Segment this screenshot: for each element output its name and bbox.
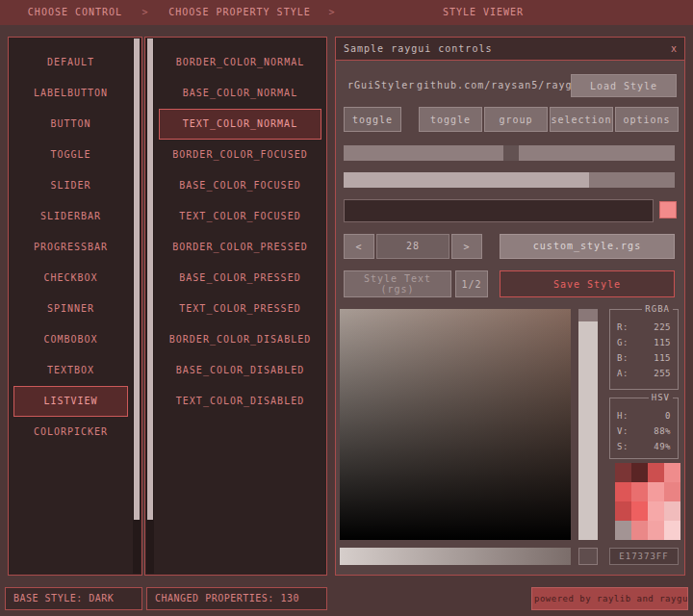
properties-scrollbar[interactable]: [146, 38, 154, 574]
palette-swatch[interactable]: [648, 463, 664, 482]
list-item[interactable]: BORDER_COLOR_DISABLED: [159, 324, 321, 355]
toggle-group-item[interactable]: selection: [550, 107, 613, 132]
hsv-values: H:0V:88%S:49%: [610, 398, 678, 454]
rgba-values: R:225G:115B:115A:255: [610, 310, 678, 381]
list-item[interactable]: BORDER_COLOR_FOCUSED: [159, 140, 321, 170]
value-row: B:115: [610, 350, 678, 366]
list-item[interactable]: DEFAULT: [13, 47, 128, 78]
palette-swatch[interactable]: [631, 463, 648, 482]
list-item[interactable]: PROGRESSBAR: [13, 232, 128, 263]
palette-swatch[interactable]: [615, 501, 631, 521]
list-item[interactable]: LISTVIEW: [13, 386, 128, 417]
spinner-decrement-button[interactable]: <: [344, 234, 374, 259]
list-item[interactable]: BORDER_COLOR_PRESSED: [159, 232, 321, 263]
list-item[interactable]: TOGGLE: [13, 140, 128, 170]
window-titlebar[interactable]: Sample raygui controls x: [336, 38, 684, 61]
hsv-title: HSV: [649, 393, 673, 402]
palette-swatch[interactable]: [664, 501, 680, 521]
list-item[interactable]: SLIDERBAR: [13, 201, 128, 232]
list-item[interactable]: BASE_COLOR_DISABLED: [159, 355, 321, 386]
palette-swatch[interactable]: [648, 501, 664, 521]
status-changed-properties: CHANGED PROPERTIES: 130: [146, 587, 327, 610]
list-item[interactable]: TEXT_COLOR_NORMAL: [159, 109, 321, 140]
color-palette: [615, 463, 680, 540]
toggle-group-item[interactable]: options: [615, 107, 679, 132]
scrollbar-handle[interactable]: [147, 38, 153, 520]
status-powered-by: powered by raylib and raygui: [531, 587, 688, 610]
list-item[interactable]: BASE_COLOR_NORMAL: [159, 78, 321, 109]
value-row: S:49%: [610, 439, 678, 454]
slider-handle[interactable]: [503, 145, 519, 161]
progress-fill: [344, 172, 589, 188]
list-item[interactable]: SPINNER: [13, 294, 128, 324]
app-name-label: rGuiStyler: [347, 74, 415, 97]
toggle-group-item[interactable]: toggle: [419, 107, 482, 132]
hsv-groupbox: HSV H:0V:88%S:49%: [609, 398, 679, 459]
filename-input[interactable]: custom_style.rgs: [500, 234, 675, 259]
toggle-button[interactable]: toggle: [344, 107, 401, 132]
sample-text-input[interactable]: [344, 199, 654, 222]
color-chip-button[interactable]: [659, 201, 677, 218]
window-title: Sample raygui controls: [344, 38, 492, 60]
hex-value-field[interactable]: E17373FF: [609, 548, 679, 565]
breadcrumb-arrow-icon: >: [139, 0, 152, 25]
palette-swatch[interactable]: [615, 463, 631, 482]
list-item[interactable]: BASE_COLOR_PRESSED: [159, 263, 321, 294]
hue-slider[interactable]: [578, 309, 598, 540]
list-item[interactable]: BORDER_COLOR_NORMAL: [159, 47, 321, 78]
palette-swatch[interactable]: [631, 482, 648, 501]
value-row: A:255: [610, 366, 678, 381]
color-picker-panel[interactable]: [340, 309, 571, 540]
palette-swatch[interactable]: [664, 482, 680, 501]
scrollbar-handle[interactable]: [134, 38, 140, 520]
controls-list-panel: DEFAULTLABELBUTTONBUTTONTOGGLESLIDERSLID…: [8, 37, 142, 576]
close-icon[interactable]: x: [671, 38, 677, 60]
controls-list: DEFAULTLABELBUTTONBUTTONTOGGLESLIDERSLID…: [9, 38, 133, 575]
list-item[interactable]: TEXT_COLOR_DISABLED: [159, 386, 321, 417]
spinner-increment-button[interactable]: >: [451, 234, 482, 259]
palette-swatch[interactable]: [664, 521, 680, 540]
palette-swatch[interactable]: [631, 521, 648, 540]
status-base-style: BASE STYLE: DARK: [5, 587, 142, 610]
rguistyler-app: CHOOSE CONTROL > CHOOSE PROPERTY STYLE >…: [0, 0, 693, 616]
list-item[interactable]: CHECKBOX: [13, 263, 128, 294]
hue-slider-handle[interactable]: [578, 309, 598, 321]
rgba-groupbox: RGBA R:225G:115B:115A:255: [609, 309, 679, 390]
header-choose-control: CHOOSE CONTROL: [8, 0, 142, 25]
list-item[interactable]: BASE_COLOR_FOCUSED: [159, 170, 321, 201]
value-row: V:88%: [610, 424, 678, 439]
toggle-group-item[interactable]: group: [484, 107, 548, 132]
color-preview-button[interactable]: [578, 548, 598, 565]
load-style-button[interactable]: Load Style: [571, 74, 677, 97]
status-bar: BASE STYLE: DARK CHANGED PROPERTIES: 130…: [0, 581, 693, 616]
alpha-bar[interactable]: [340, 548, 571, 565]
list-item[interactable]: COLORPICKER: [13, 417, 128, 448]
sample-slider[interactable]: [344, 145, 675, 161]
top-bar: CHOOSE CONTROL > CHOOSE PROPERTY STYLE >…: [0, 0, 693, 25]
palette-swatch[interactable]: [664, 463, 680, 482]
properties-list: BORDER_COLOR_NORMALBASE_COLOR_NORMALTEXT…: [154, 38, 326, 575]
list-item[interactable]: LABELBUTTON: [13, 78, 128, 109]
rgba-title: RGBA: [642, 304, 673, 314]
github-link[interactable]: github.com/raysan5/raygui: [417, 74, 586, 97]
list-item[interactable]: TEXT_COLOR_PRESSED: [159, 294, 321, 324]
list-item[interactable]: TEXTBOX: [13, 355, 128, 386]
palette-swatch[interactable]: [615, 482, 631, 501]
palette-swatch[interactable]: [648, 521, 664, 540]
list-item[interactable]: SLIDER: [13, 170, 128, 201]
palette-swatch[interactable]: [615, 521, 631, 540]
palette-swatch[interactable]: [648, 482, 664, 501]
style-text-button[interactable]: Style Text (rgs): [344, 270, 451, 297]
palette-swatch[interactable]: [631, 501, 648, 521]
list-item[interactable]: BUTTON: [13, 109, 128, 140]
value-row: R:225: [610, 320, 678, 335]
spinner-value[interactable]: 28: [376, 234, 449, 259]
list-item[interactable]: COMBOBOX: [13, 324, 128, 355]
header-choose-property-style: CHOOSE PROPERTY STYLE: [152, 0, 327, 25]
controls-scrollbar[interactable]: [133, 38, 141, 574]
sample-progress-bar: [344, 172, 675, 188]
save-style-button[interactable]: Save Style: [500, 270, 675, 297]
value-row: G:115: [610, 335, 678, 350]
list-item[interactable]: TEXT_COLOR_FOCUSED: [159, 201, 321, 232]
page-toggle-button[interactable]: 1/2: [455, 270, 488, 297]
